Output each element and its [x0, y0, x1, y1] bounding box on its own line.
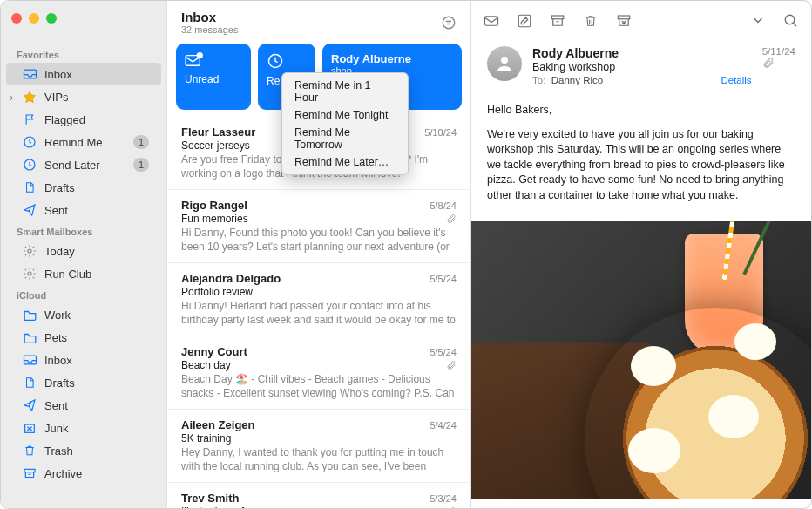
inbox-title: Inbox [181, 10, 238, 24]
sidebar-item-label: Trash [44, 445, 149, 458]
msg-from: Trev Smith [181, 492, 430, 505]
tray-icon [22, 66, 37, 82]
messages-scroll[interactable]: Fleur Lasseur5/10/24Soccer jerseysAre yo… [167, 117, 470, 508]
search-icon[interactable] [783, 13, 799, 29]
msg-from: Jenny Court [181, 345, 430, 358]
reader-subject: Baking workshop [532, 61, 752, 73]
svg-rect-0 [24, 70, 36, 78]
svg-point-16 [785, 15, 795, 24]
svg-point-3 [28, 249, 31, 253]
message-row[interactable]: Trev Smith5/3/24Illustration referenceHi… [167, 483, 470, 508]
clock-icon [267, 52, 307, 70]
sidebar-item-pets[interactable]: Pets [6, 326, 161, 349]
sidebar-item-drafts2[interactable]: Drafts [6, 371, 161, 394]
reading-pane: Rody Albuerne Baking workshop To: Danny … [471, 1, 811, 508]
sidebar-item-inbox[interactable]: Inbox [6, 63, 161, 85]
sidebar-item-runclub[interactable]: Run Club [6, 262, 161, 285]
sidebar-item-sent2[interactable]: Sent [6, 394, 161, 417]
sidebar-item-label: Inbox [44, 68, 149, 81]
filter-icon[interactable] [441, 15, 457, 31]
svg-point-10 [197, 52, 203, 58]
reader-toolbar [471, 1, 811, 41]
more-icon[interactable] [750, 13, 766, 29]
msg-preview: Hi Danny! Herland had passed your contac… [181, 299, 457, 327]
paperclip-icon [446, 506, 457, 509]
svg-rect-7 [24, 469, 35, 472]
email-attachment-image [471, 221, 811, 499]
sidebar-item-sent[interactable]: Sent [6, 199, 161, 221]
gear-icon [22, 243, 37, 259]
gear-icon [22, 266, 37, 282]
sidebar-item-vips[interactable]: ›VIPs [6, 85, 161, 108]
trash-icon [22, 443, 37, 458]
folder-icon [22, 307, 37, 322]
sidebar-item-work[interactable]: Work [6, 303, 161, 326]
unread-label: Unread [185, 73, 242, 85]
msg-date: 5/4/24 [430, 420, 457, 431]
sidebar-item-label: Flagged [44, 113, 149, 126]
msg-preview: Hi Danny, Found this photo you took! Can… [181, 226, 457, 254]
message-row[interactable]: Rigo Rangel5/8/24Fun memoriesHi Danny, F… [167, 190, 470, 263]
avatar [487, 46, 522, 81]
star-icon [22, 89, 37, 105]
menu-item[interactable]: Remind Me Later… [282, 153, 408, 171]
unread-card[interactable]: Unread [176, 44, 251, 110]
sidebar-item-trash[interactable]: Trash [6, 439, 161, 462]
menu-item[interactable]: Remind Me Tomorrow [282, 124, 408, 153]
msg-subject: Soccer jerseys [181, 139, 250, 152]
message-row[interactable]: Jenny Court5/5/24Beach dayBeach Day 🏖️ -… [167, 336, 470, 410]
msg-subject: Portfolio review [181, 286, 253, 298]
sidebar-item-inbox2[interactable]: Inbox [6, 349, 161, 371]
reader-date: 5/11/24 [762, 46, 795, 57]
doc-icon [22, 180, 37, 195]
junk-icon[interactable] [616, 13, 632, 29]
svg-point-17 [501, 57, 508, 64]
zoom-button[interactable] [46, 13, 57, 24]
message-row[interactable]: Aileen Zeigen5/4/245K trainingHey Danny,… [167, 410, 470, 483]
msg-date: 5/5/24 [430, 347, 457, 357]
sidebar-item-label: Drafts [44, 377, 149, 390]
sidebar-item-sendlater[interactable]: Send Later1 [6, 153, 161, 176]
details-link[interactable]: Details [721, 75, 751, 85]
sidebar-item-label: Work [44, 309, 149, 322]
sidebar-item-drafts[interactable]: Drafts [6, 176, 161, 199]
msg-from: Alejandra Delgado [181, 272, 430, 285]
message-row[interactable]: Alejandra Delgado5/5/24Portfolio reviewH… [167, 263, 470, 336]
sidebar-item-label: Drafts [44, 181, 149, 194]
compose-icon[interactable] [517, 13, 532, 29]
reader-body: Hello Bakers, We're very excited to have… [471, 94, 811, 221]
clock-icon [22, 134, 37, 150]
sidebar-item-junk[interactable]: Junk [6, 417, 161, 439]
sidebar-section-title: iCloud [1, 285, 166, 303]
sidebar-item-flagged[interactable]: Flagged [6, 108, 161, 131]
body-text: We're very excited to have you all join … [487, 127, 795, 204]
sidebar-item-label: Send Later [44, 159, 126, 172]
msg-preview: Beach Day 🏖️ - Chill vibes - Beach games… [181, 372, 457, 400]
paperclip-icon [446, 214, 457, 224]
window-controls [1, 1, 166, 44]
sidebar-item-today[interactable]: Today [6, 240, 161, 262]
mail-window: FavoritesInbox›VIPsFlaggedRemind Me1Send… [0, 0, 812, 509]
to-label: To: [532, 75, 545, 85]
close-button[interactable] [11, 13, 22, 24]
envelope-icon[interactable] [484, 13, 499, 29]
remind-me-menu: Remind Me in 1 HourRemind Me TonightRemi… [281, 72, 409, 175]
msg-date: 5/5/24 [430, 274, 457, 284]
paperplane-icon [22, 202, 37, 218]
menu-item[interactable]: Remind Me Tonight [282, 106, 408, 124]
sidebar-item-remindme[interactable]: Remind Me1 [6, 131, 161, 153]
menu-item[interactable]: Remind Me in 1 Hour [282, 77, 408, 106]
folder-icon [22, 329, 37, 345]
sidebar-item-label: Remind Me [44, 136, 126, 149]
sidebar-item-archive[interactable]: Archive [6, 462, 161, 485]
minimize-button[interactable] [29, 13, 39, 24]
sidebar-item-label: Archive [44, 467, 149, 480]
msg-preview: Hey Danny, I wanted to thank you for put… [181, 445, 457, 473]
flag-icon [22, 112, 37, 127]
trash-icon[interactable] [583, 13, 599, 29]
sidebar-item-label: Sent [44, 204, 149, 217]
msg-subject: Illustration reference [181, 506, 276, 508]
archive-icon[interactable] [550, 13, 565, 29]
sidebar-item-label: Junk [44, 422, 149, 435]
svg-rect-15 [618, 16, 630, 19]
